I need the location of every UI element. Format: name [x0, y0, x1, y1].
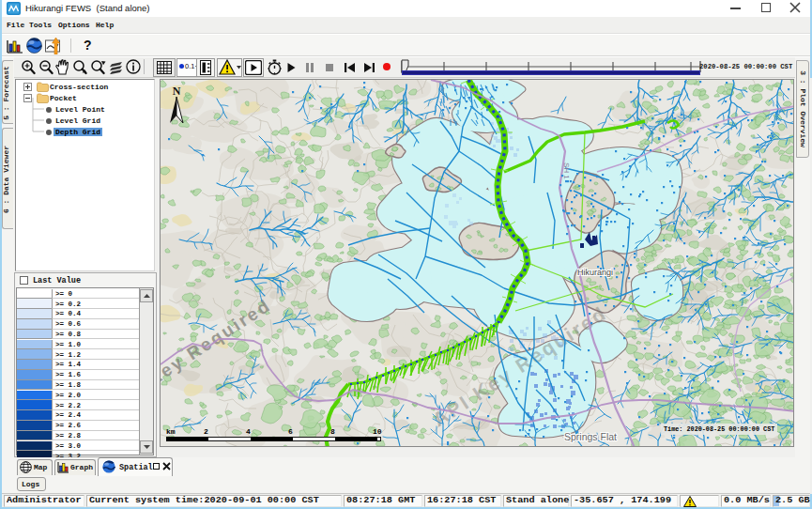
svg-text:Hikurangi: Hikurangi [577, 268, 613, 277]
svg-text:Springs Flat: Springs Flat [564, 431, 617, 442]
svg-text:SH 1: SH 1 [562, 162, 571, 179]
svg-text:N: N [173, 85, 181, 98]
